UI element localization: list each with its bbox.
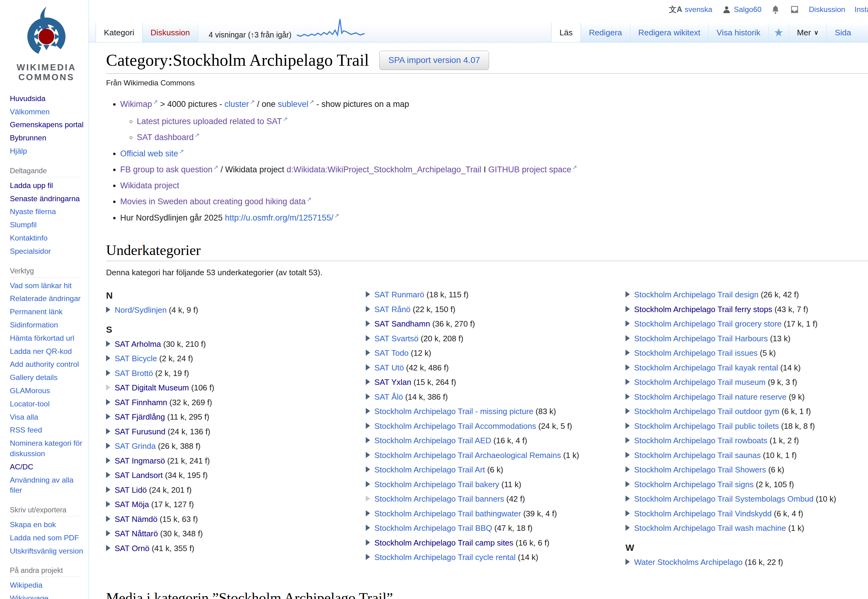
tab-edit[interactable]: Redigera: [581, 23, 630, 42]
subcategory-toggle-icon[interactable]: [106, 472, 110, 478]
sidebar-link[interactable]: Ladda upp fil: [10, 181, 53, 190]
tab-page[interactable]: Sida: [827, 23, 868, 42]
subcategory-toggle-icon[interactable]: [106, 341, 110, 347]
subcategory-toggle-icon[interactable]: [366, 481, 370, 487]
sidebar-link[interactable]: Gemenskapens portal: [10, 120, 84, 129]
subcategory-link[interactable]: SAT Nämdö: [115, 515, 157, 524]
subcategory-toggle-icon[interactable]: [106, 428, 110, 434]
subcategory-link[interactable]: Stockholm Archipelago Trail nature reser…: [634, 392, 787, 402]
subcategory-toggle-icon[interactable]: [106, 399, 110, 405]
sidebar-link[interactable]: Välkommen: [10, 107, 50, 116]
sidebar-link[interactable]: GLAMorous: [10, 387, 50, 395]
sidebar-link[interactable]: Wikivoyage: [10, 594, 48, 599]
subcategory-toggle-icon[interactable]: [625, 437, 630, 443]
intro-link[interactable]: sublevel: [278, 99, 308, 109]
subcategory-link[interactable]: SAT Grinda: [115, 441, 155, 451]
subcategory-link[interactable]: Stockholm Archipelago Trail cycle rental: [374, 552, 516, 562]
subcategory-toggle-icon[interactable]: [366, 539, 370, 546]
subcategory-link[interactable]: Stockholm Archipelago Trail Systembolags…: [634, 494, 814, 503]
tab-category[interactable]: Kategori: [96, 23, 143, 42]
user-menu[interactable]: Salgo60: [722, 5, 762, 14]
subcategory-link[interactable]: SAT Nåttarö: [115, 529, 158, 538]
subcategory-link[interactable]: SAT Finnhamn: [115, 398, 167, 407]
subcategory-link[interactable]: SAT Arholma: [115, 339, 161, 349]
subcategory-link[interactable]: Stockholm Archipelago Trail design: [634, 290, 759, 299]
subcategory-link[interactable]: Stockholm Archipelago Trail rowboats: [634, 436, 767, 445]
subcategory-toggle-icon[interactable]: [366, 291, 370, 297]
intro-link[interactable]: Latest pictures uploaded related to SAT: [137, 117, 282, 126]
subcategory-link[interactable]: SAT Rånö: [374, 305, 411, 314]
subcategory-link[interactable]: Stockholm Archipelago Trail Archaeologic…: [374, 451, 561, 460]
subcategory-link[interactable]: Stockholm Archipelago Trail bakery: [374, 480, 499, 489]
subcategory-link[interactable]: Stockholm Archipelago Trail Harbours: [634, 334, 768, 343]
subcategory-link[interactable]: SAT Utö: [374, 363, 404, 372]
intro-link[interactable]: Wikimap: [120, 99, 152, 109]
subcategory-toggle-icon[interactable]: [625, 379, 630, 385]
subcategory-toggle-icon[interactable]: [366, 306, 370, 312]
subcategory-toggle-icon[interactable]: [366, 437, 370, 443]
intro-link[interactable]: SAT dashboard: [137, 133, 194, 142]
subcategory-toggle-icon[interactable]: [366, 364, 370, 370]
subcategory-link[interactable]: SAT Yxlan: [374, 378, 411, 387]
sidebar-link[interactable]: Visa alla: [10, 413, 38, 421]
username-link[interactable]: Salgo60: [734, 5, 762, 14]
subcategory-link[interactable]: SAT Ornö: [115, 544, 149, 553]
subcategory-toggle-icon[interactable]: [106, 355, 110, 361]
pageviews-widget[interactable]: 4 visningar (↑3 från igår): [209, 15, 367, 42]
subcategory-toggle-icon[interactable]: [625, 559, 630, 565]
intro-link[interactable]: cluster: [225, 99, 249, 109]
intro-link[interactable]: Wikidata project: [120, 181, 179, 190]
subcategory-toggle-icon[interactable]: [625, 481, 630, 487]
subcategory-link[interactable]: SAT Todo: [374, 348, 408, 358]
subcategory-toggle-icon[interactable]: [366, 408, 370, 414]
sidebar-link[interactable]: Ladda ned som PDF: [10, 534, 79, 542]
subcategory-link[interactable]: SAT Digitalt Museum: [115, 383, 189, 392]
preferences-link[interactable]: Inställningar: [854, 5, 868, 14]
subcategory-link[interactable]: SAT Sandhamn: [374, 319, 430, 328]
subcategory-toggle-icon[interactable]: [625, 510, 630, 516]
subcategory-link[interactable]: Stockholm Archipelago Trail wash machine: [634, 524, 786, 533]
subcategory-toggle-icon[interactable]: [106, 370, 110, 376]
sidebar-link[interactable]: Utskriftsvänlig version: [10, 547, 83, 555]
language-link[interactable]: svenska: [685, 5, 713, 14]
subcategory-toggle-icon[interactable]: [625, 364, 630, 370]
sidebar-link[interactable]: Huvudsida: [10, 94, 45, 102]
subcategory-link[interactable]: SAT Bicycle: [115, 354, 157, 363]
sidebar-link[interactable]: AC/DC: [10, 463, 33, 471]
subcategory-link[interactable]: Stockholm Archipelago Trail public toile…: [634, 421, 779, 430]
tab-edit-source[interactable]: Redigera wikitext: [630, 23, 709, 42]
subcategory-toggle-icon[interactable]: [625, 321, 630, 327]
tab-read[interactable]: Läs: [551, 23, 581, 42]
subcategory-toggle-icon[interactable]: [625, 525, 630, 531]
subcategory-toggle-icon[interactable]: [106, 307, 110, 313]
subcategory-toggle-icon[interactable]: [366, 379, 370, 385]
subcategory-link[interactable]: Stockholm Archipelago Trail Vindskydd: [634, 509, 772, 518]
spa-import-version-button[interactable]: SPA import version 4.07: [379, 51, 489, 70]
subcategory-toggle-icon[interactable]: [366, 349, 370, 356]
subcategory-toggle-icon[interactable]: [625, 393, 630, 400]
sidebar-link[interactable]: Bybrunnen: [10, 134, 47, 142]
sidebar-link[interactable]: Gallery details: [10, 373, 57, 382]
subcategory-link[interactable]: SAT Brottö: [115, 369, 153, 378]
sidebar-link[interactable]: Hjälp: [10, 147, 27, 155]
subcategory-link[interactable]: SAT Ålö: [374, 392, 403, 402]
subcategory-link[interactable]: Stockholm Archipelago Trail museum: [634, 378, 766, 387]
sidebar-link[interactable]: Skapa en bok: [10, 520, 56, 529]
subcategory-toggle-icon[interactable]: [366, 525, 370, 531]
subcategory-toggle-icon[interactable]: [366, 452, 370, 458]
intro-link[interactable]: Official web site: [120, 149, 178, 158]
subcategory-link[interactable]: Nord/Sydlinjen: [115, 306, 167, 315]
subcategory-link[interactable]: SAT Runmarö: [374, 290, 424, 299]
subcategory-toggle-icon[interactable]: [106, 530, 110, 536]
notifications-tray-icon[interactable]: [790, 5, 799, 14]
intro-link[interactable]: http://u.osmfr.org/m/1257155/: [225, 213, 333, 223]
subcategory-link[interactable]: Stockholm Archipelago Trail BBQ: [374, 524, 492, 533]
subcategory-toggle-icon[interactable]: [625, 495, 630, 502]
sidebar-link[interactable]: Locator-tool: [10, 400, 50, 408]
subcategory-link[interactable]: Stockholm Archipelago Trail ferry stops: [634, 305, 772, 314]
subcategory-link[interactable]: SAT Svartsö: [374, 334, 419, 343]
subcategory-link[interactable]: Stockholm Archipelago Trail signs: [634, 480, 753, 489]
subcategory-toggle-icon[interactable]: [366, 466, 370, 473]
subcategory-link[interactable]: SAT Landsort: [115, 471, 163, 480]
watch-star-button[interactable]: ★: [769, 23, 789, 42]
